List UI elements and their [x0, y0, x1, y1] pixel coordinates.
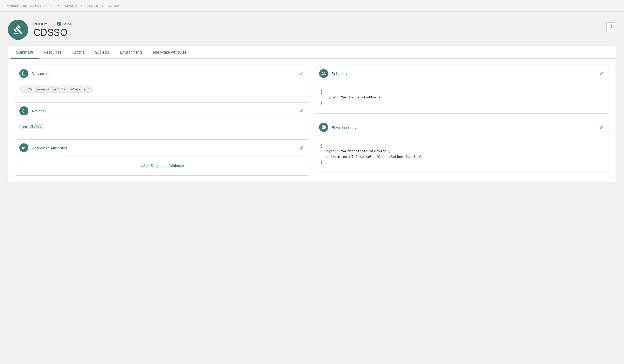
resources-card-header-left: Resources — [19, 69, 51, 78]
subjects-card-header: Subjects — [315, 65, 609, 82]
gavel-icon — [13, 25, 23, 35]
edit-icon — [599, 71, 604, 76]
actions-card-title: Actions — [32, 109, 45, 113]
actions-card-header: Actions — [15, 103, 309, 119]
breadcrumb: Authorization - Policy Sets › PEP-CDSSO … — [0, 0, 624, 12]
breadcrumb-separator: › — [51, 4, 53, 8]
add-response-attributes-button[interactable]: + Add Response Attributes — [19, 161, 305, 171]
breadcrumb-separator: › — [81, 4, 83, 8]
policy-name: CDSSO — [33, 27, 72, 38]
subjects-icon — [319, 69, 328, 78]
resources-edit-button[interactable] — [298, 70, 305, 77]
response-attributes-card-header: Response Attributes — [15, 140, 309, 156]
policy-divider: | — [52, 21, 53, 26]
policy-status-text: Active — [62, 22, 72, 26]
tab-response-attributes[interactable]: Response Attributes — [148, 46, 192, 59]
more-options-button[interactable]: ⋮ — [606, 22, 616, 32]
response-attributes-icon — [19, 143, 28, 152]
tab-actions[interactable]: Actions — [67, 46, 90, 59]
environments-card-body: { "type": "AuthenticateToService", "auth… — [315, 136, 609, 173]
policy-status: ✓ Active — [57, 22, 72, 26]
summary-right: Subjects { "type": "AuthenticatedUsers" … — [315, 65, 609, 176]
edit-icon — [599, 125, 604, 129]
policy-title-block: POLICY | ✓ Active CDSSO — [33, 21, 72, 38]
people-icon — [321, 71, 326, 76]
subjects-card-title: Subjects — [331, 71, 347, 76]
policy-label-row: POLICY | ✓ Active — [33, 21, 72, 26]
environments-icon — [319, 123, 328, 132]
resources-card: Resources http://app.example.com:8081/ho… — [15, 65, 309, 97]
tab-environments[interactable]: Environments — [114, 46, 148, 59]
tabs-container: Summary Resources Actions Subjects Envir… — [8, 46, 616, 182]
environments-edit-button[interactable] — [598, 124, 605, 131]
response-attributes-card-body: + Add Response Attributes — [15, 156, 309, 175]
resources-card-title: Resources — [32, 71, 51, 76]
actions-edit-button[interactable] — [298, 108, 305, 114]
tab-subjects[interactable]: Subjects — [90, 46, 115, 59]
response-attributes-card-header-left: Response Attributes — [19, 143, 67, 152]
policy-header: POLICY | ✓ Active CDSSO ⋮ — [8, 20, 616, 40]
environments-card-header: Environments — [315, 119, 609, 136]
environments-json: { "type": "AuthenticateToService", "auth… — [319, 140, 605, 168]
policy-header-left: POLICY | ✓ Active CDSSO — [8, 20, 72, 40]
environments-card-title: Environments — [331, 125, 356, 130]
check-circle-icon — [321, 125, 326, 130]
tab-resources[interactable]: Resources — [39, 46, 67, 59]
resources-card-body: http://app.example.com:8081/home/pep-cds… — [15, 82, 309, 97]
edit-icon — [300, 109, 304, 113]
document-icon — [22, 71, 26, 76]
response-attributes-card-title: Response Attributes — [32, 146, 67, 150]
subjects-card-body: { "type": "AuthenticatedUsers" } — [315, 82, 609, 113]
resources-card-header: Resources — [15, 65, 309, 82]
active-check-icon: ✓ — [57, 22, 61, 26]
subjects-card-header-left: Subjects — [319, 69, 347, 78]
breadcrumb-item-pep[interactable]: PEP-CDSSO — [57, 4, 77, 8]
subjects-card: Subjects { "type": "AuthenticatedUsers" … — [315, 65, 609, 114]
resources-icon — [19, 69, 28, 78]
response-attributes-card: Response Attributes + Add Response Attri… — [15, 139, 309, 176]
resource-url-tag: http://app.example.com:8081/home/pep-cds… — [19, 86, 93, 93]
reply-icon — [22, 145, 26, 150]
breadcrumb-item-cdsso[interactable]: CDSSO — [107, 4, 119, 8]
response-attributes-edit-button[interactable] — [298, 145, 305, 151]
subjects-json: { "type": "AuthenticatedUsers" } — [319, 86, 605, 109]
actions-card-header-left: Actions — [19, 106, 45, 115]
actions-card: Actions GET: Allowed — [15, 102, 309, 134]
breadcrumb-item-policies[interactable]: policies — [86, 4, 98, 8]
actions-card-body: GET: Allowed — [15, 119, 309, 134]
summary-tab-content: Resources http://app.example.com:8081/ho… — [8, 59, 616, 182]
subjects-edit-button[interactable] — [598, 70, 605, 77]
policy-icon — [8, 20, 28, 40]
breadcrumb-item-policy-sets[interactable]: Authorization - Policy Sets — [7, 4, 47, 8]
summary-grid: Resources http://app.example.com:8081/ho… — [15, 65, 609, 176]
summary-left: Resources http://app.example.com:8081/ho… — [15, 65, 309, 176]
edit-icon — [300, 146, 304, 150]
breadcrumb-separator: › — [102, 4, 104, 8]
edit-icon — [300, 71, 304, 76]
redo-icon — [22, 109, 26, 113]
environments-card-header-left: Environments — [319, 123, 356, 132]
environments-card: Environments { "type": "AuthenticateToSe… — [315, 119, 609, 173]
main-content: POLICY | ✓ Active CDSSO ⋮ Summary Resour… — [0, 12, 624, 364]
tabs: Summary Resources Actions Subjects Envir… — [8, 46, 616, 59]
actions-icon — [19, 106, 28, 115]
tab-summary[interactable]: Summary — [11, 46, 39, 59]
actions-badge: GET: Allowed — [19, 124, 44, 129]
policy-label: POLICY — [33, 22, 47, 26]
